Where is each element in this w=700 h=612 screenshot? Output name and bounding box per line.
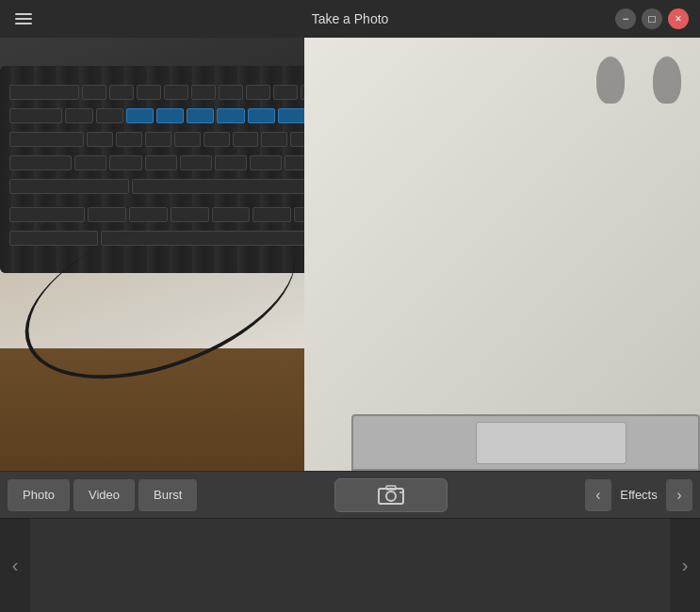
video-mode-button[interactable]: Video [73,479,135,511]
photo-mode-button[interactable]: Photo [8,479,70,511]
touchpad-visual [476,422,627,464]
window-title: Take a Photo [87,11,613,26]
gallery-prev-button[interactable]: ‹ [4,538,26,594]
title-bar: Take a Photo − □ × [0,0,700,38]
bg-object-1 [596,56,625,104]
bg-object-2 [653,56,681,104]
minimize-button[interactable]: − [615,8,636,29]
maximize-button[interactable]: □ [642,8,662,29]
effects-prev-button[interactable]: ‹ [585,479,611,511]
menu-icon[interactable] [11,9,87,28]
effects-next-button[interactable]: › [666,479,692,511]
svg-rect-3 [399,491,402,493]
gallery-strip: ‹ › [0,518,700,612]
capture-button[interactable] [334,478,448,512]
capture-button-wrap [201,478,581,512]
camera-icon [378,485,404,506]
gallery-next-button[interactable]: › [674,538,696,594]
effects-controls: ‹ Effects › [585,479,692,511]
device-body [351,414,700,471]
gallery-content [30,519,670,612]
window-controls: − □ × [613,8,689,29]
camera-view [0,38,700,471]
bottom-toolbar: Photo Video Burst ‹ Effects › [0,471,700,518]
title-bar-menu [11,9,87,28]
camera-feed [0,38,700,471]
effects-label: Effects [615,488,662,502]
svg-point-1 [386,491,396,501]
background-objects [596,56,681,104]
burst-mode-button[interactable]: Burst [138,479,197,511]
close-button[interactable]: × [668,8,689,29]
